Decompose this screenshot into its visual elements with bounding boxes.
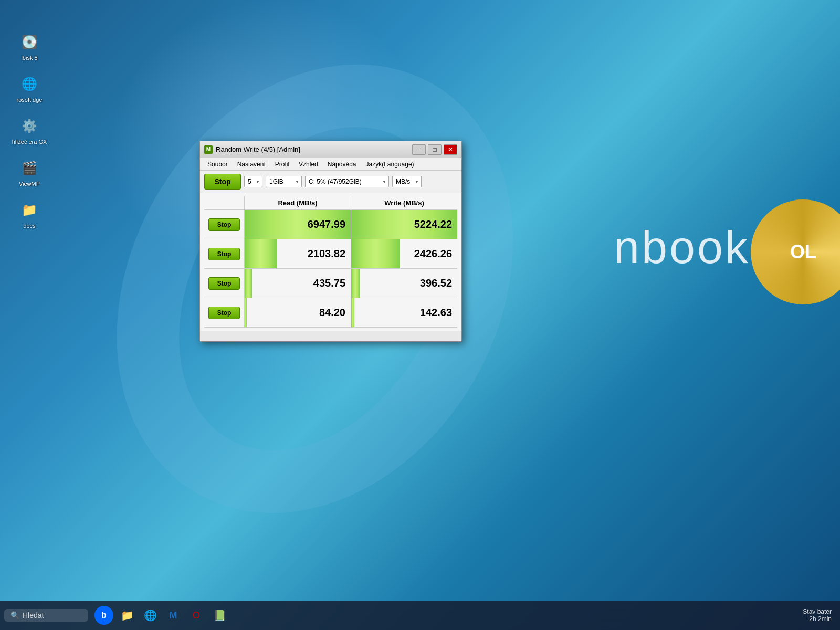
unit-select-wrapper: MB/s GB/s xyxy=(392,176,422,187)
icon-label-3: hlížeč era GX xyxy=(12,139,47,145)
app1-icon: M xyxy=(170,610,177,621)
read-value-3: 435.75 xyxy=(313,277,345,289)
size-select-wrapper: 1GiB 512MiB 2GiB xyxy=(266,176,302,187)
write-bar-2 xyxy=(351,239,400,268)
count-select[interactable]: 5 1 3 xyxy=(244,176,262,187)
icon-2: 🌐 xyxy=(19,74,40,94)
desktop-icon-4[interactable]: 🎬 ViewMP xyxy=(10,158,48,187)
explorer-icon: 📁 xyxy=(121,609,134,622)
menu-nastaveni[interactable]: Nastavení xyxy=(233,160,270,169)
battery-label: Stav bater xyxy=(803,608,832,615)
read-bar-2 xyxy=(245,239,277,268)
write-cell-1: 5224.22 xyxy=(351,210,457,239)
icon-label-5: docs xyxy=(23,223,35,229)
size-select[interactable]: 1GiB 512MiB 2GiB xyxy=(266,176,302,187)
menu-vzhled[interactable]: Vzhled xyxy=(295,160,322,169)
app2-icon: 📗 xyxy=(213,609,226,622)
bing-icon: b xyxy=(101,611,107,620)
stop-button-row-4[interactable]: Stop xyxy=(208,307,240,319)
taskbar-search[interactable]: 🔍 Hledat xyxy=(4,609,88,622)
battery-info: Stav bater 2h 2min xyxy=(803,608,832,623)
maximize-button[interactable]: □ xyxy=(428,144,442,155)
read-bar-3 xyxy=(245,269,252,298)
taskbar-icon-bing[interactable]: b xyxy=(94,606,113,625)
read-bar-4 xyxy=(245,298,247,327)
stop-button-row-2[interactable]: Stop xyxy=(208,248,240,260)
icon-4: 🎬 xyxy=(19,158,40,178)
menu-jazyk[interactable]: Jazyk(Language) xyxy=(362,160,418,169)
window-title: Random Write (4/5) [Admin] xyxy=(216,145,412,153)
desktop-icon-5[interactable]: 📁 docs xyxy=(10,200,48,229)
write-bar-4 xyxy=(351,298,354,327)
taskbar-pinned-icons: b 📁 🌐 M O 📗 xyxy=(94,606,229,625)
write-cell-2: 2426.26 xyxy=(351,239,457,268)
data-area: Read (MB/s) Write (MB/s) Stop 6947.99 52… xyxy=(200,193,461,331)
data-row-1: Stop 6947.99 5224.22 xyxy=(204,210,457,239)
write-bar-3 xyxy=(351,269,360,298)
icon-5: 📁 xyxy=(19,200,40,220)
read-value-2: 2103.82 xyxy=(308,248,345,260)
taskbar-icon-app2[interactable]: 📗 xyxy=(210,606,229,625)
desktop: nbook S OL 💽 lbisk 8 🌐 rosoft dge ⚙️ hlí… xyxy=(0,0,840,630)
desktop-icon-3[interactable]: ⚙️ hlížeč era GX xyxy=(10,116,48,145)
battery-time: 2h 2min xyxy=(803,615,832,623)
taskbar-right: Stav bater 2h 2min xyxy=(803,608,836,623)
read-value-4: 84.20 xyxy=(319,307,345,319)
menu-profil[interactable]: Profil xyxy=(271,160,293,169)
menu-bar: Soubor Nastavení Profil Vzhled Nápověda … xyxy=(200,158,461,171)
taskbar: 🔍 Hledat b 📁 🌐 M O 📗 St xyxy=(0,601,840,630)
read-header: Read (MB/s) xyxy=(244,196,351,209)
write-cell-3: 396.52 xyxy=(351,269,457,298)
search-icon: 🔍 xyxy=(10,611,19,620)
title-bar: M Random Write (4/5) [Admin] ─ □ ✕ xyxy=(200,141,461,158)
window-controls: ─ □ ✕ xyxy=(412,144,457,155)
taskbar-icon-explorer[interactable]: 📁 xyxy=(118,606,136,625)
search-label: Hledat xyxy=(23,611,44,620)
read-cell-3: 435.75 xyxy=(244,269,351,298)
desktop-icon-1[interactable]: 💽 lbisk 8 xyxy=(10,32,48,61)
toolbar: Stop 5 1 3 1GiB 512MiB 2GiB C: 5% (47/95… xyxy=(200,171,461,193)
read-cell-4: 84.20 xyxy=(244,298,351,327)
menu-napoveda[interactable]: Nápověda xyxy=(323,160,361,169)
close-button[interactable]: ✕ xyxy=(444,144,457,155)
write-header: Write (MB/s) xyxy=(351,196,457,209)
desktop-icons: 💽 lbisk 8 🌐 rosoft dge ⚙️ hlížeč era GX … xyxy=(10,32,48,229)
read-cell-1: 6947.99 xyxy=(244,210,351,239)
app-icon: M xyxy=(204,145,213,154)
cdm-window: M Random Write (4/5) [Admin] ─ □ ✕ Soubo… xyxy=(200,141,462,342)
edge-icon: 🌐 xyxy=(144,609,157,622)
write-value-2: 2426.26 xyxy=(414,248,452,260)
stop-button-row-1[interactable]: Stop xyxy=(208,218,240,231)
gold-circle: OL xyxy=(751,200,840,304)
column-headers: Read (MB/s) Write (MB/s) xyxy=(204,196,457,210)
read-value-1: 6947.99 xyxy=(308,218,345,230)
write-cell-4: 142.63 xyxy=(351,298,457,327)
opera-icon: O xyxy=(193,610,200,621)
drive-select[interactable]: C: 5% (47/952GiB) xyxy=(305,176,389,187)
data-row-4: Stop 84.20 142.63 xyxy=(204,298,457,328)
drive-select-wrapper: C: 5% (47/952GiB) xyxy=(305,176,389,187)
read-cell-2: 2103.82 xyxy=(244,239,351,268)
minimize-button[interactable]: ─ xyxy=(412,144,426,155)
main-stop-button[interactable]: Stop xyxy=(204,174,241,190)
count-select-wrapper: 5 1 3 xyxy=(244,176,262,187)
stop-button-row-3[interactable]: Stop xyxy=(208,277,240,290)
data-row-3: Stop 435.75 396.52 xyxy=(204,269,457,298)
write-value-4: 142.63 xyxy=(420,307,452,319)
icon-3: ⚙️ xyxy=(19,116,40,136)
icon-label-4: ViewMP xyxy=(19,181,40,187)
taskbar-icon-opera[interactable]: O xyxy=(187,606,206,625)
header-spacer xyxy=(204,196,244,209)
desktop-icon-2[interactable]: 🌐 rosoft dge xyxy=(10,74,48,103)
icon-1: 💽 xyxy=(19,32,40,52)
taskbar-icon-app1[interactable]: M xyxy=(164,606,183,625)
icon-label-1: lbisk 8 xyxy=(21,55,37,61)
write-value-3: 396.52 xyxy=(420,277,452,289)
menu-soubor[interactable]: Soubor xyxy=(203,160,232,169)
taskbar-icon-edge[interactable]: 🌐 xyxy=(141,606,160,625)
status-bar xyxy=(200,331,461,341)
data-row-2: Stop 2103.82 2426.26 xyxy=(204,239,457,269)
unit-select[interactable]: MB/s GB/s xyxy=(392,176,422,187)
write-value-1: 5224.22 xyxy=(414,218,452,230)
icon-label-2: rosoft dge xyxy=(17,97,43,103)
